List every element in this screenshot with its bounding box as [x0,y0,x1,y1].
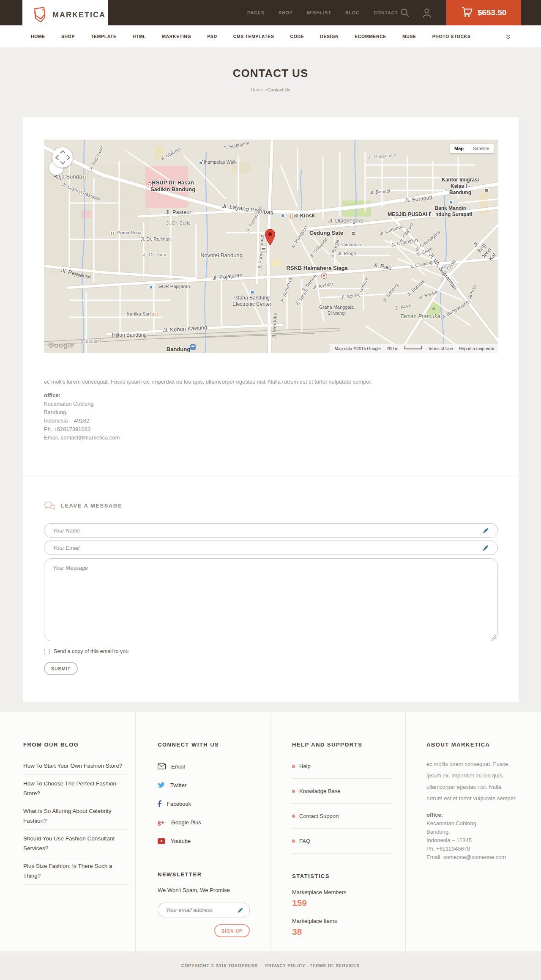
blog-link[interactable]: Should You Use Fashion Consultant Servic… [23,834,127,857]
map-label: Jl. Industri [80,338,101,345]
breadcrumb-separator: › [265,87,266,92]
map-pan-control[interactable] [52,147,73,167]
address-line: Kecamatan Coblong [426,819,519,828]
social-google-plus[interactable]: g+ Google Plus [158,813,251,832]
nav-wishlist[interactable]: WISHLIST [307,10,331,15]
social-facebook[interactable]: Facebook [158,794,251,813]
map-label: Jl. Purnawarman [257,234,265,269]
send-copy-checkbox[interactable] [44,649,49,654]
chevron-up-icon[interactable] [60,150,66,156]
map-label: Jl. Merdeka [271,313,278,339]
map-label: Jl. Layang Pasupati [221,202,273,217]
map-label: Jl. Banda [329,239,340,259]
about-heading: ABOUT MARKETICA [426,741,519,748]
cart-button[interactable]: $653.50 [446,0,521,25]
report-map-error-link[interactable]: Report a map error [459,346,495,351]
map-label: Jl. Cilaki [415,246,433,258]
pen-icon [237,907,243,915]
chevron-right-icon[interactable] [65,155,70,160]
catnav-cms-templates[interactable]: CMS TEMPLATES [233,34,274,39]
catnav-design[interactable]: DESIGN [320,34,339,39]
chevron-left-icon[interactable] [55,155,61,160]
blog-link[interactable]: How To Start Your Own Fashion Store? [23,761,127,775]
help-link[interactable]: FAQ [292,838,393,854]
map-label: Jl. Cisangkuy [391,236,419,248]
restaurant-icon [82,174,87,180]
social-email[interactable]: Email [158,757,251,776]
nav-contact[interactable]: CONTACT [374,10,398,15]
catnav-home[interactable]: HOME [31,34,45,39]
catnav-muse[interactable]: MUSE [402,34,416,39]
catnav-html[interactable]: HTML [133,34,146,39]
email-input[interactable] [44,541,497,555]
footer-about-column: ABOUT MARKETICA ec mollis lorem consequa… [426,741,519,862]
pen-icon [482,545,489,553]
catnav-code[interactable]: CODE [290,34,304,39]
restaurant-icon [110,231,115,236]
send-copy-label[interactable]: Send a copy of this email to you [54,648,128,654]
nav-blog[interactable]: BLOG [345,10,360,15]
map-label: Graha Manggala Siliwangi [319,305,354,316]
catnav-template[interactable]: TEMPLATE [91,34,117,39]
chevron-down-icon[interactable] [60,159,66,165]
map-label: Jl. Sulanjana [223,140,250,151]
catnav-shop[interactable]: SHOP [61,34,75,39]
logo[interactable]: MARKETICA [22,0,108,30]
help-link[interactable]: Knowladge Base [292,788,393,804]
map-label: Istana Bandung Electronic Center [232,295,271,307]
map-label: Jl. Diponegoro [328,217,363,224]
map-label: Jl. Sabang [382,282,400,303]
email-field-wrap [44,541,498,555]
map-label: RSUP Dr. Hasan Sadikin Bandung [150,179,195,193]
map-label: Hilton Bandung [112,332,147,338]
search-icon[interactable] [399,7,411,19]
square-bullet-icon [292,790,295,793]
catnav-psd[interactable]: PSD [207,34,217,39]
resize-grip-icon[interactable] [492,635,496,640]
items-label: Marketplace Items [292,918,393,924]
nav-shop[interactable]: SHOP [279,10,293,15]
google-logo: Google [48,341,74,350]
main-nav: PAGES SHOP WISHLIST BLOG CONTACT [247,0,398,25]
google-map[interactable]: Cihampelas WalkJl. HasanudinJl. Sulanjan… [44,140,498,353]
terms-of-use-link[interactable]: Terms of Use [428,346,453,351]
blog-link[interactable]: How To Choose The Perfect Fashion Store? [23,779,127,802]
office-label: office: [44,391,120,400]
catnav-photo-stocks[interactable]: PHOTO STOCKS [432,34,471,39]
satellite-view-button[interactable]: Satellite [468,144,494,153]
social-list: Email Twitter Facebook g+ Google Plus Yo… [158,757,251,850]
catnav-marketing[interactable]: MARKETING [162,34,191,39]
map-label: Jl. Bengawan [440,302,467,321]
help-link[interactable]: Help [292,763,393,779]
map-label: Jl. Surapati [404,194,433,204]
map-label: Cihampelas Walk [200,159,236,165]
location-marker-icon[interactable] [265,228,276,249]
blog-link[interactable]: What is So Alluring About Celebrity Fash… [23,806,127,830]
nav-pages[interactable]: PAGES [247,10,265,15]
send-copy-row: Send a copy of this email to you [44,648,128,654]
restaurant-icon [289,213,295,219]
help-link[interactable]: Contact Support [292,813,393,829]
facebook-icon [158,800,161,807]
submit-button[interactable]: SUBMIT [44,662,78,675]
user-icon[interactable] [421,7,433,19]
map-label: Jl. Cimanuk [379,224,404,237]
policy-links[interactable]: PRIVACY POLICY . TERMS OF SERVICES [265,964,360,968]
blog-link[interactable]: Plus Size Fashion: Is There Such a Thing… [23,861,127,885]
signup-button[interactable]: SIGN UP [214,924,250,937]
newsletter-email-input[interactable] [158,903,249,917]
catnav-ecommerce[interactable]: ECOMMERCE [355,34,386,39]
social-twitter[interactable]: Twitter [158,776,251,794]
cart-total: $653.50 [478,8,507,17]
map-label: Jl. Layang Pasupati [61,182,101,203]
double-chevron-down-icon[interactable] [506,34,511,41]
map-view-button[interactable]: Map [450,144,468,153]
copyright-bar: COPYRIGHT © 2015 TOKOPRESS PRIVACY POLIC… [0,952,541,980]
breadcrumb-home[interactable]: Home [251,87,263,92]
message-input[interactable] [44,559,497,641]
address-line: Bandung. [426,828,519,836]
social-youtube[interactable]: Youtube [158,832,251,850]
map-label: Jl. Seram [294,288,309,307]
name-input[interactable] [44,524,497,537]
mosque-icon: ☾ [430,211,436,217]
